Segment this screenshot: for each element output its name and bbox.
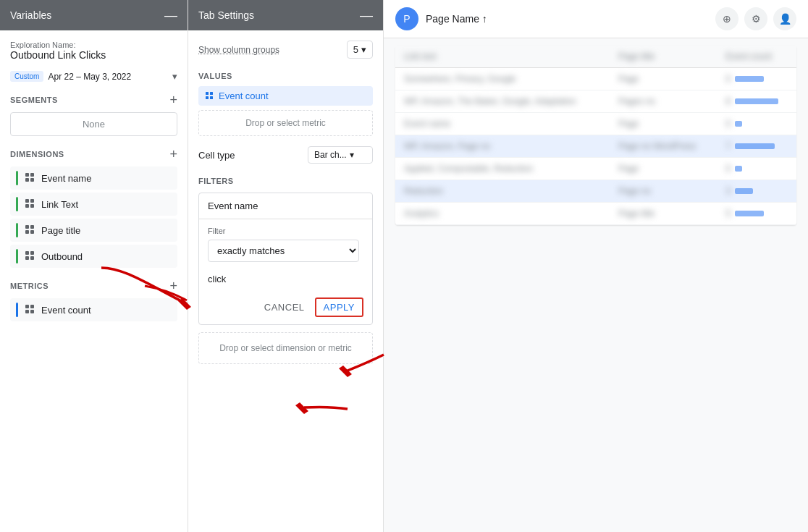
add-segment-btn[interactable]: +	[169, 93, 177, 106]
table-row: WP, Amazon, The Baker, Google, Adaptatio…	[395, 90, 796, 113]
table-row: WP, Amazon, Page no Page no WordPress 7	[395, 135, 796, 158]
green-bar-icon	[16, 171, 18, 185]
svg-rect-0	[25, 173, 29, 177]
filter-matches-select[interactable]: exactly matches	[208, 240, 359, 262]
variables-minimize-btn[interactable]: —	[164, 9, 177, 22]
cell-type-select[interactable]: Bar ch... ▾	[308, 146, 373, 164]
values-label: VALUES	[198, 72, 373, 80]
svg-rect-23	[210, 96, 213, 99]
bar-cell: 0	[726, 74, 788, 84]
variables-panel-header: Variables —	[0, 0, 188, 30]
dimension-page-title[interactable]: Page title	[10, 219, 177, 242]
data-panel-title: Page Name ↑	[426, 13, 708, 25]
table-header-row: Link text Page title Event count	[395, 46, 796, 68]
date-dropdown-icon[interactable]: ▾	[172, 71, 177, 82]
dimension-page-title-label: Page title	[41, 225, 80, 236]
data-panel-header: P Page Name ↑ ⊕ ⚙ 👤	[384, 0, 808, 38]
filters-label: FILTERS	[198, 177, 373, 185]
segments-header: SEGMENTS +	[10, 93, 177, 106]
dimension-outbound[interactable]: Outbound	[10, 245, 177, 268]
green-bar-icon	[16, 249, 18, 263]
column-groups-dropdown-icon: ▾	[361, 44, 366, 55]
tab-settings-minimize-btn[interactable]: —	[360, 9, 373, 22]
filter-apply-btn[interactable]: APPLY	[315, 297, 363, 317]
show-column-groups-label: Show column groups	[198, 45, 347, 55]
mini-bar	[735, 76, 764, 82]
row-count: 0	[717, 68, 796, 90]
event-count-chip-label: Event count	[219, 90, 269, 101]
exploration-name-label: Exploration Name:	[10, 41, 177, 49]
row-page: Page no	[610, 180, 717, 203]
green-bar-icon	[16, 223, 18, 237]
svg-rect-20	[206, 92, 209, 95]
grid-icon	[25, 251, 35, 261]
cell-type-dropdown-icon: ▾	[350, 150, 354, 160]
dimension-event-name[interactable]: Event name	[10, 166, 177, 190]
dimension-link-text[interactable]: Link Text	[10, 193, 177, 216]
column-groups-value: 5	[353, 44, 358, 55]
green-bar-icon	[16, 197, 18, 211]
segments-none: None	[10, 112, 177, 136]
share-icon[interactable]: ⊕	[715, 7, 738, 30]
mini-bar	[735, 121, 742, 127]
drop-metric-box[interactable]: Drop or select metric	[198, 110, 373, 136]
svg-rect-15	[30, 256, 34, 260]
tab-settings-body: Show column groups 5 ▾ VALUES Event coun…	[188, 30, 383, 532]
svg-rect-21	[210, 92, 213, 95]
date-badge: Custom	[10, 71, 43, 82]
avatar-initial: P	[403, 13, 410, 25]
blue-bar-icon	[16, 303, 18, 317]
user-icon[interactable]: 👤	[773, 7, 796, 30]
grid-icon	[25, 225, 35, 235]
row-link: Event name	[395, 113, 610, 135]
add-metric-btn[interactable]: +	[169, 279, 177, 292]
tab-settings-header: Tab Settings —	[188, 0, 383, 30]
bar-cell: 5	[726, 208, 788, 219]
bar-cell: 8	[726, 96, 788, 106]
row-page: Page title	[610, 203, 717, 225]
date-row: Custom Apr 22 – May 3, 2022 ▾	[10, 71, 177, 82]
mini-bar	[735, 143, 775, 149]
svg-rect-5	[30, 199, 34, 203]
row-page: Page	[610, 158, 717, 180]
dimension-event-name-label: Event name	[41, 173, 91, 184]
dimensions-list: Event name Link Text Page title Outbound	[10, 166, 177, 268]
grid-icon	[25, 199, 35, 209]
svg-rect-19	[30, 310, 34, 313]
avatar: P	[395, 7, 418, 30]
table-row: Applied, Compostable, Reduction Page 0	[395, 158, 796, 180]
filter-actions: CANCEL APPLY	[208, 297, 363, 317]
col-link-text-label: Link text	[404, 51, 437, 62]
grid-icon	[25, 305, 35, 315]
dimensions-title: DIMENSIONS	[10, 150, 64, 159]
svg-rect-3	[30, 178, 34, 182]
dimension-outbound-label: Outbound	[41, 251, 83, 262]
settings-icon[interactable]: ⚙	[744, 7, 767, 30]
column-groups-select[interactable]: 5 ▾	[347, 41, 373, 59]
tab-settings-title: Tab Settings	[198, 9, 254, 21]
svg-rect-9	[30, 225, 34, 229]
row-link: Applied, Compostable, Reduction	[395, 158, 610, 180]
row-page: Page	[610, 113, 717, 135]
metric-event-count[interactable]: Event count	[10, 298, 177, 321]
table-row: Somewhere, Privacy, Google Page 0	[395, 68, 796, 90]
add-dimension-btn[interactable]: +	[169, 148, 177, 161]
svg-rect-12	[25, 251, 29, 255]
data-panel: P Page Name ↑ ⊕ ⚙ 👤 Link text Page title	[384, 0, 808, 532]
svg-rect-4	[25, 199, 29, 203]
drop-dimension-box[interactable]: Drop or select dimension or metric	[198, 332, 373, 364]
row-count: 8	[717, 90, 796, 113]
row-count: 0	[717, 158, 796, 180]
filter-cancel-btn[interactable]: CANCEL	[264, 302, 305, 313]
mini-bar	[735, 166, 742, 172]
filter-value[interactable]: click	[208, 269, 363, 289]
row-link: WP, Amazon, Page no	[395, 135, 610, 158]
chip-icon	[206, 92, 214, 101]
dimensions-header: DIMENSIONS +	[10, 148, 177, 161]
row-page: Page	[610, 68, 717, 90]
metrics-header: METRICS +	[10, 279, 177, 292]
mini-bar	[735, 188, 753, 194]
filter-select-row: exactly matches	[208, 240, 363, 262]
row-count: 0	[717, 113, 796, 135]
event-count-chip[interactable]: Event count	[198, 86, 373, 106]
